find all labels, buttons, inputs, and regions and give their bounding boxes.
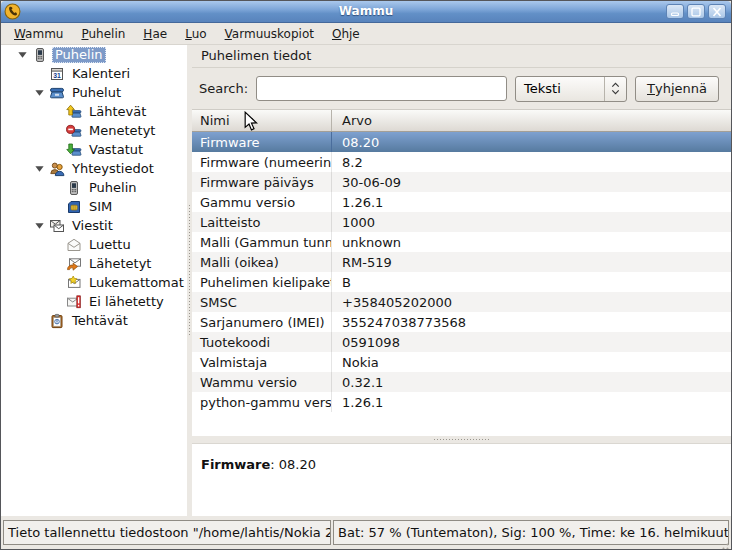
- cell-value: unknown: [332, 235, 731, 250]
- sidebar-item-puhelut[interactable]: Puhelut: [1, 83, 187, 102]
- sidebar-item-luettu[interactable]: Luettu: [1, 235, 187, 254]
- table-row[interactable]: Firmware päiväys30-06-09: [192, 172, 731, 192]
- menu-item-luo[interactable]: Luo: [176, 25, 215, 43]
- detail-label: Firmware: [201, 457, 270, 472]
- cell-name: Sarjanumero (IMEI): [192, 312, 332, 332]
- expander-spacer: [30, 313, 49, 329]
- expander-spacer: [47, 294, 66, 310]
- close-button[interactable]: [708, 4, 726, 19]
- column-header-nimi-label: Nimi: [200, 113, 230, 128]
- cell-value: 8.2: [332, 155, 731, 170]
- sidebar-item-label: Puhelin: [52, 47, 106, 63]
- cell-value: +358405202000: [332, 295, 731, 310]
- sidebar-item-label: Yhteystiedot: [69, 161, 157, 177]
- maximize-button[interactable]: [687, 4, 705, 19]
- sidebar-item-lahetetyt[interactable]: Lähetetyt: [1, 254, 187, 273]
- cell-value: RM-519: [332, 255, 731, 270]
- table-row[interactable]: Sarjanumero (IMEI)355247038773568: [192, 312, 731, 332]
- table-body: Firmware08.20Firmware (numeerinen)8.2Fir…: [192, 132, 731, 412]
- content: Puhelin31KalenteriPuhelutLähtevätMenetet…: [1, 44, 731, 516]
- column-header-arvo[interactable]: Arvo: [332, 110, 731, 131]
- sidebar-item-lahtevat[interactable]: Lähtevät: [1, 102, 187, 121]
- table-row[interactable]: Wammu versio0.32.1: [192, 372, 731, 392]
- sidebar-tree: Puhelin31KalenteriPuhelutLähtevätMenetet…: [1, 45, 187, 516]
- sidebar-item-ei-lahetetty[interactable]: Ei lähetetty: [1, 292, 187, 311]
- spinner-arrows-icon: [604, 77, 626, 101]
- sidebar-item-label: SIM: [86, 199, 115, 215]
- contacts-icon: [49, 161, 65, 177]
- sidebar-item-tehtavat[interactable]: Tehtävät: [1, 311, 187, 330]
- sidebar-item-sim[interactable]: SIM: [1, 197, 187, 216]
- expander-spacer: [47, 180, 66, 196]
- window-controls: [666, 4, 726, 19]
- expander-icon[interactable]: [30, 85, 49, 101]
- search-input[interactable]: [256, 76, 507, 101]
- expander-spacer: [30, 66, 49, 82]
- cell-name: Malli (oikea): [192, 252, 332, 272]
- cell-value: B: [332, 275, 731, 290]
- table-row[interactable]: Malli (oikea)RM-519: [192, 252, 731, 272]
- sidebar-item-label: Kalenteri: [69, 66, 133, 82]
- table-row[interactable]: SMSC+358405202000: [192, 292, 731, 312]
- sim-card-icon: [66, 199, 82, 215]
- sidebar-item-kalenteri[interactable]: 31Kalenteri: [1, 64, 187, 83]
- sidebar-item-vastatut[interactable]: Vastatut: [1, 140, 187, 159]
- expander-spacer: [47, 142, 66, 158]
- cell-value: 30-06-09: [332, 175, 731, 190]
- resize-grip-icon[interactable]: [718, 536, 730, 548]
- sidebar-item-yhteystiedot[interactable]: Yhteystiedot: [1, 159, 187, 178]
- call-outgoing-icon: [66, 104, 82, 120]
- column-header-arvo-label: Arvo: [342, 113, 372, 128]
- sidebar-item-lukemattomat[interactable]: Lukemattomat: [1, 273, 187, 292]
- svg-text:31: 31: [53, 71, 61, 78]
- detail-value: 08.20: [279, 457, 316, 472]
- table-row[interactable]: Firmware (numeerinen)8.2: [192, 152, 731, 172]
- sidebar-item-puhelin[interactable]: Puhelin: [1, 45, 187, 64]
- horizontal-splitter[interactable]: [192, 436, 731, 443]
- table-header: Nimi Arvo: [192, 109, 731, 132]
- cell-name: SMSC: [192, 292, 332, 312]
- expander-icon[interactable]: [30, 161, 49, 177]
- menu-item-varmuuskopiot[interactable]: Varmuuskopiot: [216, 25, 323, 43]
- sidebar-item-label: Viestit: [69, 218, 116, 234]
- minimize-button[interactable]: [666, 4, 684, 19]
- expander-spacer: [47, 275, 66, 291]
- sidebar-item-label: Luettu: [86, 237, 134, 253]
- search-label: Search:: [199, 81, 248, 96]
- expander-icon[interactable]: [30, 218, 49, 234]
- cell-name: Gammu versio: [192, 192, 332, 212]
- call-received-icon: [66, 142, 82, 158]
- menu-item-puhelin[interactable]: Puhelin: [72, 25, 134, 43]
- table-row[interactable]: Malli (Gammun tunniste)unknown: [192, 232, 731, 252]
- search-type-value: Teksti: [516, 81, 604, 96]
- menu-item-hae[interactable]: Hae: [134, 25, 176, 43]
- column-header-nimi[interactable]: Nimi: [192, 110, 332, 131]
- table-row[interactable]: Puhelimen kielipaketitB: [192, 272, 731, 292]
- mail-read-icon: [66, 237, 82, 253]
- sidebar-item-label: Ei lähetetty: [86, 294, 167, 310]
- cell-value: 08.20: [332, 135, 731, 150]
- sidebar-item-label: Puhelin: [86, 180, 140, 196]
- sidebar-item-puhelin[interactable]: Puhelin: [1, 178, 187, 197]
- menu-item-wammu[interactable]: Wammu: [5, 25, 72, 43]
- sidebar-item-label: Menetetyt: [86, 123, 158, 139]
- cell-value: 1.26.1: [332, 395, 731, 410]
- statusbar: Tieto tallennettu tiedostoon "/home/laht…: [1, 516, 731, 549]
- table-row[interactable]: Tuotekoodi0591098: [192, 332, 731, 352]
- table-row[interactable]: Gammu versio1.26.1: [192, 192, 731, 212]
- table-row[interactable]: Laitteisto1000: [192, 212, 731, 232]
- search-type-dropdown[interactable]: Teksti: [515, 76, 627, 102]
- clear-button[interactable]: Tyhjennä: [635, 76, 719, 102]
- table-row[interactable]: Firmware08.20: [192, 132, 731, 152]
- calendar-icon: 31: [49, 66, 65, 82]
- status-phone-state: Bat: 57 % (Tuntematon), Sig: 100 %, Time…: [333, 520, 729, 545]
- table-row[interactable]: python-gammu versio1.26.1: [192, 392, 731, 412]
- sidebar-item-viestit[interactable]: Viestit: [1, 216, 187, 235]
- cell-name: Valmistaja: [192, 352, 332, 372]
- sidebar-item-label: Vastatut: [86, 142, 146, 158]
- menu-item-ohje[interactable]: Ohje: [323, 25, 369, 43]
- table-row[interactable]: ValmistajaNokia: [192, 352, 731, 372]
- expander-icon[interactable]: [13, 47, 32, 63]
- titlebar[interactable]: Wammu: [1, 1, 731, 23]
- sidebar-item-menetetyt[interactable]: Menetetyt: [1, 121, 187, 140]
